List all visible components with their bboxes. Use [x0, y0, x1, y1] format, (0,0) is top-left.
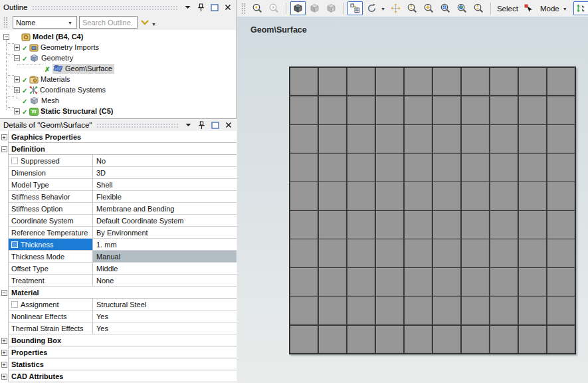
tree-item-mesh[interactable]: ✓Mesh	[0, 95, 236, 106]
property-value[interactable]: Yes	[92, 322, 237, 334]
property-value[interactable]: 3D	[92, 167, 237, 179]
toolbar-drag-handle[interactable]	[3, 17, 8, 28]
property-value[interactable]: Membrane and Bending	[92, 203, 237, 215]
expand-plus-icon[interactable]: +	[1, 350, 7, 356]
property-value[interactable]: No	[92, 155, 237, 167]
toolbar-drag-handle[interactable]	[241, 3, 246, 14]
expand-plus-icon[interactable]: +	[14, 108, 20, 114]
close-icon[interactable]	[223, 120, 233, 130]
collapse-minus-icon[interactable]: −	[1, 290, 7, 296]
tree-item-materials[interactable]: +✓Materials	[0, 74, 236, 84]
zoom-button[interactable]	[405, 1, 420, 15]
property-value[interactable]: By Environment	[92, 227, 237, 239]
property-label-cell[interactable]: Assignment	[9, 299, 92, 311]
property-value[interactable]: 1. mm	[92, 239, 237, 251]
details-row-stiffness-behavior[interactable]: Stiffness BehaviorFlexible	[0, 191, 237, 203]
tree-item-body[interactable]: Model (B4, C4)	[21, 32, 85, 42]
fit-button[interactable]	[438, 1, 453, 15]
collapse-minus-icon[interactable]: −	[1, 146, 7, 152]
next-view-button[interactable]	[266, 1, 282, 15]
tree-item-geometry[interactable]: −✓Geometry	[0, 53, 236, 63]
close-icon[interactable]	[223, 3, 233, 13]
details-row-gutter[interactable]: +	[0, 131, 9, 143]
select-label[interactable]: Select	[497, 5, 518, 13]
tree-item-body[interactable]: Static Structural (C5)	[29, 106, 115, 116]
property-label-cell[interactable]: Stiffness Option	[9, 203, 92, 215]
details-row-gutter[interactable]: +	[0, 370, 9, 382]
property-label-cell[interactable]: Dimension	[9, 167, 92, 179]
tree-item-body[interactable]: Geom\Surface	[52, 64, 114, 74]
property-value[interactable]: Flexible	[92, 191, 237, 203]
box-zoom-button[interactable]	[421, 1, 437, 15]
details-row-gutter[interactable]: +	[0, 346, 9, 358]
details-row-properties[interactable]: +Properties	[0, 346, 237, 358]
property-label-cell[interactable]: Treatment	[9, 275, 92, 287]
property-label-cell[interactable]: Offset Type	[9, 263, 92, 275]
shaded-exterior-edges-button[interactable]	[290, 1, 306, 15]
details-row-graphics-properties[interactable]: +Graphics Properties	[0, 131, 237, 143]
details-row-material[interactable]: −Material	[0, 287, 237, 299]
property-value[interactable]: Default Coordinate System	[92, 215, 237, 227]
chevron-down-icon[interactable]	[183, 3, 193, 13]
property-value[interactable]: None	[92, 275, 237, 287]
expand-plus-icon[interactable]: +	[14, 76, 20, 82]
details-row-gutter[interactable]: +	[0, 358, 9, 370]
meshed-surface-body[interactable]	[289, 66, 576, 354]
details-row-coordinate-system[interactable]: Coordinate SystemDefault Coordinate Syst…	[0, 215, 237, 227]
details-row-treatment[interactable]: TreatmentNone	[0, 275, 237, 287]
property-label-cell[interactable]: Thickness Mode	[9, 251, 92, 263]
rotate-button[interactable]	[364, 1, 379, 15]
tree-item-static-structural-c5-[interactable]: +✓Static Structural (C5)	[0, 106, 236, 116]
details-row-suppressed[interactable]: SuppressedNo	[0, 155, 237, 167]
tree-item-body[interactable]: Coordinate Systems	[29, 85, 108, 95]
details-row-assignment[interactable]: AssignmentStructural Steel	[0, 299, 237, 311]
details-row-gutter[interactable]: +	[0, 334, 9, 346]
zoom-selection-button[interactable]	[454, 1, 470, 15]
property-label-cell[interactable]: Stiffness Behavior	[9, 191, 92, 203]
details-row-model-type[interactable]: Model TypeShell	[0, 179, 237, 191]
details-row-dimension[interactable]: Dimension3D	[0, 167, 237, 179]
tree-item-geometry-imports[interactable]: +✓Geometry Imports	[0, 42, 236, 53]
collapse-minus-icon[interactable]: −	[3, 34, 9, 40]
property-value[interactable]: Manual	[92, 251, 237, 263]
property-label-cell[interactable]: Thickness	[9, 239, 92, 251]
more-options-caret-icon[interactable]: ▼	[151, 22, 156, 27]
property-label-cell[interactable]: Coordinate System	[9, 215, 92, 227]
property-label-cell[interactable]: Reference Temperature	[9, 227, 92, 239]
property-label-cell[interactable]: Thermal Strain Effects	[9, 322, 92, 334]
expand-plus-icon[interactable]: +	[14, 87, 20, 93]
tree-item-model-b4-c4-[interactable]: −Model (B4, C4)	[0, 31, 236, 42]
chevron-down-icon[interactable]	[183, 120, 193, 130]
details-row-bounding-box[interactable]: +Bounding Box	[0, 334, 237, 346]
pin-icon[interactable]	[197, 120, 207, 130]
mode-dropdown-caret-icon[interactable]: ▼	[563, 7, 567, 11]
property-value[interactable]: Structural Steel	[92, 299, 237, 311]
tree-item-geom-surface[interactable]: ✗Geom\Surface	[0, 63, 236, 74]
details-row-reference-temperature[interactable]: Reference TemperatureBy Environment	[0, 227, 237, 239]
details-row-thermal-strain-effects[interactable]: Thermal Strain EffectsYes	[0, 322, 237, 334]
expand-plus-icon[interactable]: +	[1, 374, 7, 380]
graphics-viewport[interactable]: Geom\Surface	[237, 17, 588, 383]
select-cursor-button[interactable]	[522, 1, 537, 15]
expand-plus-icon[interactable]: +	[1, 134, 7, 140]
property-checkbox[interactable]	[11, 301, 18, 308]
property-label-cell[interactable]: Nonlinear Effects	[9, 311, 92, 322]
search-outline-input[interactable]	[79, 16, 138, 29]
expand-plus-icon[interactable]: +	[1, 362, 7, 368]
collapse-minus-icon[interactable]: −	[14, 55, 20, 61]
tree-item-body[interactable]: Geometry Imports	[29, 43, 101, 53]
dropdown-caret-icon[interactable]: ▼	[381, 7, 385, 11]
mode-label[interactable]: Mode	[540, 5, 559, 13]
details-row-statistics[interactable]: +Statistics	[0, 358, 237, 370]
tree-item-body[interactable]: Geometry	[29, 53, 75, 63]
tree-item-body[interactable]: Materials	[29, 74, 72, 84]
magnifier-button[interactable]	[471, 1, 486, 15]
gold-chevron-icon[interactable]	[140, 17, 149, 27]
property-value[interactable]: Shell	[92, 179, 237, 191]
select-mode-labels-button[interactable]	[573, 1, 588, 15]
tree-item-body[interactable]: Mesh	[29, 96, 61, 106]
details-row-thickness[interactable]: Thickness1. mm	[0, 239, 237, 251]
property-label-cell[interactable]: Suppressed	[9, 155, 92, 167]
expand-plus-icon[interactable]: +	[14, 45, 20, 51]
property-label-cell[interactable]: Model Type	[9, 179, 92, 191]
